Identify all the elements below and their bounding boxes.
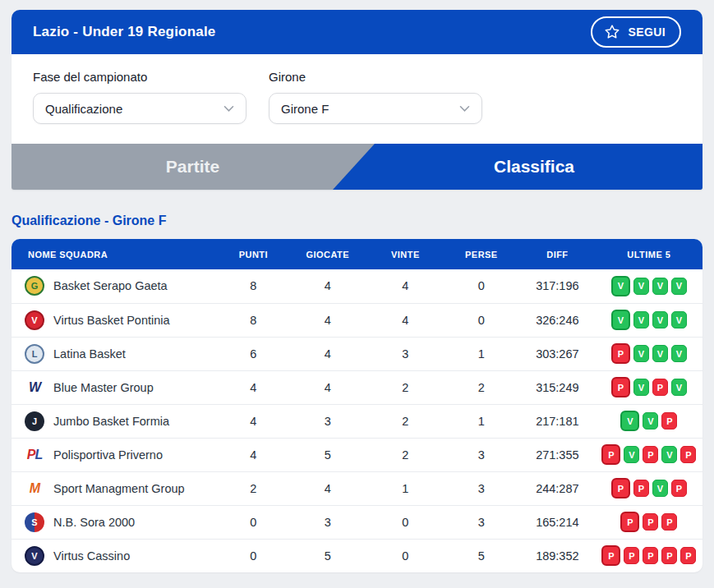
team-cell[interactable]: PLPolisportiva Priverno xyxy=(12,438,219,471)
ultime5-cell: PVPVP xyxy=(596,438,702,471)
fase-label: Fase del campionato xyxy=(33,70,246,84)
table-row[interactable]: JJumbo Basket Formia4321217:181VVP xyxy=(12,404,702,438)
team-logo: S xyxy=(25,512,44,532)
stat-diff: 317:196 xyxy=(519,269,596,303)
table-row[interactable]: VVirtus Basket Pontinia8440326:246VVVV xyxy=(12,303,702,337)
team-name: Latina Basket xyxy=(53,347,126,361)
stat-vinte: 2 xyxy=(367,438,444,471)
team-logo: V xyxy=(25,546,44,566)
stat-punti: 6 xyxy=(219,337,288,370)
follow-button[interactable]: SEGUI xyxy=(591,16,681,48)
loss-badge: P xyxy=(620,512,639,532)
fase-select[interactable]: Qualificazione xyxy=(33,93,246,124)
girone-select[interactable]: Girone F xyxy=(269,93,482,124)
stat-vinte: 0 xyxy=(367,539,444,572)
table-row[interactable]: WBlue Master Group4422315:249PVPV xyxy=(12,370,702,404)
stat-punti: 0 xyxy=(219,505,288,539)
team-cell[interactable]: WBlue Master Group xyxy=(12,370,219,404)
stat-vinte: 2 xyxy=(367,370,444,404)
stat-punti: 0 xyxy=(219,539,288,572)
loss-badge: P xyxy=(624,547,639,564)
stat-diff: 217:181 xyxy=(519,404,596,438)
team-cell[interactable]: VVirtus Basket Pontinia xyxy=(12,303,219,337)
ultime5-cell: PPPPP xyxy=(596,539,702,572)
table-header-row: NOME SQUADRA PUNTI GIOCATE VINTE PERSE D… xyxy=(12,239,702,269)
win-badge: V xyxy=(643,412,658,430)
standings-table: NOME SQUADRA PUNTI GIOCATE VINTE PERSE D… xyxy=(12,239,702,572)
stat-punti: 8 xyxy=(219,303,288,337)
ultime5-cell: VVP xyxy=(596,404,702,438)
ultime5-cell: VVVV xyxy=(596,303,702,337)
team-name: Virtus Basket Pontinia xyxy=(53,314,170,327)
stat-punti: 4 xyxy=(219,438,288,471)
team-logo: L xyxy=(25,344,44,364)
stat-diff: 326:246 xyxy=(519,303,596,337)
loss-badge: P xyxy=(680,446,696,463)
stat-giocate: 4 xyxy=(288,303,367,337)
stat-vinte: 0 xyxy=(367,505,444,539)
section-title: Qualificazione - Girone F xyxy=(12,214,702,228)
column-header-nome-squadra: NOME SQUADRA xyxy=(12,239,219,269)
column-header-giocate: GIOCATE xyxy=(288,239,367,269)
tab-partite[interactable]: Partite xyxy=(12,144,374,190)
table-row[interactable]: LLatina Basket6431303:267PVVV xyxy=(12,337,702,370)
loss-badge: P xyxy=(611,478,630,498)
win-badge: V xyxy=(624,446,639,463)
win-badge: V xyxy=(620,411,639,431)
stat-perse: 0 xyxy=(444,269,520,303)
ultime5-badges: PVPV xyxy=(611,377,687,397)
team-cell[interactable]: LLatina Basket xyxy=(12,337,219,370)
loss-badge: P xyxy=(643,513,658,531)
win-badge: V xyxy=(611,310,630,330)
ultime5-badges: PPPPP xyxy=(601,545,696,566)
win-badge: V xyxy=(661,446,677,463)
fase-filter: Fase del campionato Qualificazione xyxy=(33,70,246,124)
team-name: Jumbo Basket Formia xyxy=(53,415,169,428)
win-badge: V xyxy=(671,379,687,396)
loss-badge: P xyxy=(611,343,630,364)
ultime5-cell: VVVV xyxy=(596,269,702,303)
ultime5-cell: PPP xyxy=(596,505,702,539)
win-badge: V xyxy=(671,345,687,362)
stat-vinte: 4 xyxy=(367,269,444,303)
stat-punti: 2 xyxy=(219,471,288,505)
stat-giocate: 5 xyxy=(288,438,367,471)
column-header-ultime5: ULTIME 5 xyxy=(596,239,702,269)
stat-giocate: 5 xyxy=(288,539,367,572)
team-cell[interactable]: MSport Managment Group xyxy=(12,471,219,505)
ultime5-badges: PVVV xyxy=(611,343,687,364)
team-logo: V xyxy=(25,310,44,330)
column-header-perse: PERSE xyxy=(444,239,520,269)
win-badge: V xyxy=(611,276,630,296)
stat-punti: 8 xyxy=(219,269,288,303)
stat-diff: 315:249 xyxy=(519,370,596,404)
follow-button-label: SEGUI xyxy=(628,25,666,39)
team-logo: PL xyxy=(25,445,44,465)
win-badge: V xyxy=(633,278,649,295)
girone-selected-value: Girone F xyxy=(281,102,329,116)
star-icon xyxy=(604,24,620,40)
team-cell[interactable]: JJumbo Basket Formia xyxy=(12,404,219,438)
team-cell[interactable]: SN.B. Sora 2000 xyxy=(12,505,219,539)
tab-classifica[interactable]: Classifica xyxy=(333,144,702,190)
loss-badge: P xyxy=(661,513,677,531)
girone-label: Girone xyxy=(269,70,482,84)
table-row[interactable]: SN.B. Sora 20000303165:214PPP xyxy=(12,505,702,539)
fase-selected-value: Qualificazione xyxy=(45,102,122,116)
team-cell[interactable]: VVirtus Cassino xyxy=(12,539,219,572)
loss-badge: P xyxy=(601,545,620,566)
stat-vinte: 4 xyxy=(367,303,444,337)
ultime5-badges: VVVV xyxy=(611,310,687,330)
table-row[interactable]: GBasket Serapo Gaeta8440317:196VVVV xyxy=(12,269,702,303)
table-row[interactable]: PLPolisportiva Priverno4523271:355PVPVP xyxy=(12,438,702,471)
table-row[interactable]: VVirtus Cassino0505189:352PPPPP xyxy=(12,539,702,572)
stat-vinte: 2 xyxy=(367,404,444,438)
team-name: Sport Managment Group xyxy=(53,482,185,495)
stat-giocate: 4 xyxy=(288,370,367,404)
stat-diff: 189:352 xyxy=(519,539,596,572)
team-cell[interactable]: GBasket Serapo Gaeta xyxy=(12,269,219,303)
table-row[interactable]: MSport Managment Group2413244:287PPVP xyxy=(12,471,702,505)
win-badge: V xyxy=(671,278,687,295)
tab-bar: Partite Classifica xyxy=(12,144,702,190)
stat-giocate: 4 xyxy=(288,471,367,505)
